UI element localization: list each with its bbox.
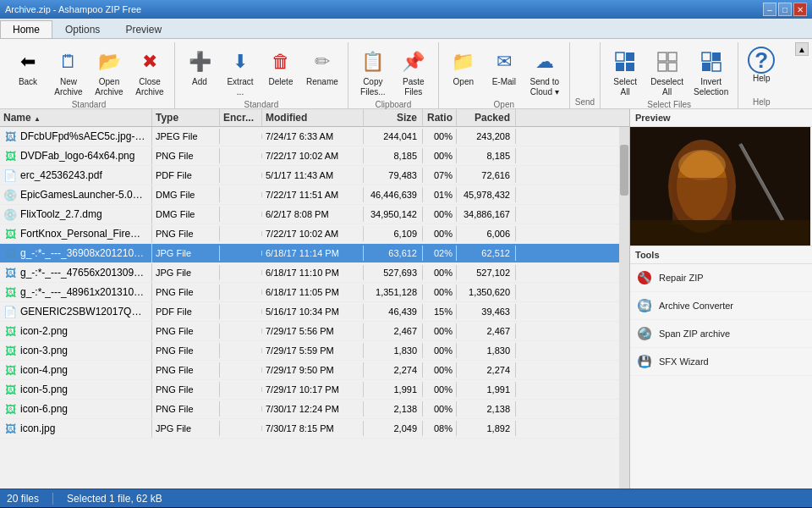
email-icon: ✉ (489, 47, 519, 77)
file-name-cell: 📄 erc_42536243.pdf (0, 166, 152, 185)
tool-repair-zip[interactable]: 🔧 Repair ZIP (630, 264, 812, 292)
col-header-name[interactable]: Name ▲ (0, 109, 152, 126)
file-type-icon: 💿 (3, 188, 17, 202)
delete-button[interactable]: 🗑 Delete (261, 44, 300, 90)
help-button[interactable]: ? Help (743, 44, 779, 86)
tab-options[interactable]: Options (52, 20, 112, 38)
file-size: 527,693 (364, 265, 423, 280)
file-count: 20 files (7, 493, 39, 505)
table-row[interactable]: 🖼 DVDFab_logo-64x64.png PNG File 7/22/17… (0, 146, 619, 166)
extract-button[interactable]: ⬇ Extract... (221, 44, 260, 100)
ribbon-group-clipboard-label: Clipboard (375, 100, 411, 111)
file-encr (220, 231, 262, 236)
file-modified: 5/1/17 11:43 AM (262, 168, 364, 183)
col-header-modified[interactable]: Modified (262, 109, 364, 126)
back-button[interactable]: ⬅ Back (8, 44, 47, 90)
send-to-cloud-button[interactable]: ☁ Send toCloud ▾ (525, 44, 564, 100)
file-ratio: 00% (423, 362, 457, 378)
table-row[interactable]: 🖼 icon-5.png PNG File 7/29/17 10:17 PM 1… (0, 380, 619, 400)
add-button[interactable]: ➕ Add (180, 44, 219, 90)
file-name: icon-2.png (20, 325, 68, 337)
table-row[interactable]: 📄 erc_42536243.pdf PDF File 5/1/17 11:43… (0, 166, 619, 185)
help-icon: ? (748, 47, 775, 74)
deselect-all-button[interactable]: DeselectAll (646, 44, 688, 100)
file-ratio: 00% (423, 129, 457, 144)
file-modified: 7/30/17 8:15 PM (262, 421, 364, 436)
file-packed: 8,185 (457, 148, 516, 163)
svg-rect-10 (702, 63, 710, 71)
new-archive-icon: 🗒 (53, 47, 84, 77)
file-encr (220, 426, 262, 431)
table-row[interactable]: 💿 FlixToolz_2.7.dmg DMG File 6/2/17 8:08… (0, 205, 619, 224)
status-divider (52, 493, 53, 505)
file-list-scroll[interactable]: 🖼 DFcbUFpd%sAEC5c.jpg-lage... JPEG File … (0, 127, 619, 489)
file-size: 34,950,142 (364, 207, 423, 222)
file-type-icon: 🖼 (3, 266, 17, 279)
table-row[interactable]: 🖼 icon.jpg JPG File 7/30/17 8:15 PM 2,04… (0, 419, 619, 439)
file-name: DFcbUFpd%sAEC5c.jpg-lage... (20, 130, 145, 142)
file-size: 8,185 (364, 148, 423, 163)
invert-selection-button[interactable]: InvertSelection (689, 44, 732, 100)
file-ratio: 00% (423, 148, 457, 163)
file-ratio: 00% (423, 207, 457, 222)
scrollbar-track[interactable] (619, 127, 629, 489)
select-all-icon (610, 47, 640, 77)
file-name: erc_42536243.pdf (20, 169, 102, 181)
scrollbar-thumb[interactable] (620, 145, 628, 196)
file-name: icon-3.png (20, 345, 68, 356)
file-size: 63,612 (364, 246, 423, 261)
close-button[interactable]: ✕ (793, 3, 807, 16)
tool-archive-converter[interactable]: 🔄 Archive Converter (630, 292, 812, 320)
col-header-encr[interactable]: Encr... (220, 109, 262, 126)
file-name-cell: 🖼 g_-:*-_---_47656x20130912... (0, 263, 152, 282)
file-size: 2,467 (364, 323, 423, 339)
select-all-button[interactable]: SelectAll (606, 44, 645, 100)
file-ratio: 08% (423, 421, 457, 436)
table-row[interactable]: 🖼 g_-:*-_---_36908x20121023... JPG File … (0, 244, 619, 263)
col-header-ratio[interactable]: Ratio (423, 109, 457, 126)
col-header-type[interactable]: Type (152, 109, 220, 126)
open-button[interactable]: 📁 Open (444, 44, 483, 90)
ribbon-collapse-button[interactable]: ▲ (795, 42, 809, 56)
deselect-all-icon (652, 47, 683, 77)
rename-icon: ✏ (307, 47, 337, 77)
new-archive-button[interactable]: 🗒 NewArchive (49, 44, 88, 100)
paste-files-button[interactable]: 📌 PasteFiles (394, 44, 433, 100)
sort-indicator: ▲ (34, 115, 41, 123)
file-type: PNG File (152, 284, 220, 300)
tab-preview[interactable]: Preview (112, 20, 174, 38)
file-ratio: 00% (423, 265, 457, 280)
table-row[interactable]: 🖼 icon-6.png PNG File 7/30/17 12:24 PM 2… (0, 400, 619, 419)
file-name-cell: 🖼 icon.jpg (0, 419, 152, 438)
file-name: EpicGamesLauncher-5.01-3... (20, 189, 145, 201)
tool-sfx-wizard[interactable]: 💾 SFX Wizard (630, 348, 812, 376)
table-row[interactable]: 🖼 FortKnox_Personal_Firewall-6... PNG Fi… (0, 224, 619, 244)
sfx-wizard-icon: 💾 (635, 352, 654, 371)
close-archive-button[interactable]: ✖ CloseArchive (130, 44, 169, 100)
tool-span-zip-archive[interactable]: 🔩 Span ZIP archive (630, 320, 812, 348)
table-row[interactable]: 🖼 DFcbUFpd%sAEC5c.jpg-lage... JPEG File … (0, 127, 619, 146)
copy-files-button[interactable]: 📋 CopyFiles... (354, 44, 392, 100)
table-row[interactable]: 🖼 icon-4.png PNG File 7/29/17 9:50 PM 2,… (0, 361, 619, 380)
col-header-size[interactable]: Size (364, 109, 423, 126)
file-modified: 7/22/17 10:02 AM (262, 148, 364, 163)
ribbon-group-send-label: Send (575, 97, 595, 108)
email-button[interactable]: ✉ E-Mail (485, 44, 524, 90)
maximize-button[interactable]: □ (778, 3, 792, 16)
col-header-packed[interactable]: Packed (457, 109, 516, 126)
table-row[interactable]: 💿 EpicGamesLauncher-5.01-3... DMG File 7… (0, 185, 619, 205)
open-archive-button[interactable]: 📂 OpenArchive (90, 44, 129, 100)
rename-button[interactable]: ✏ Rename (302, 44, 343, 90)
table-row[interactable]: 🖼 g_-:*-_---_48961x20131031... PNG File … (0, 283, 619, 302)
file-encr (220, 173, 262, 178)
file-type-icon: 🖼 (3, 324, 17, 338)
table-row[interactable]: 🖼 icon-3.png PNG File 7/29/17 5:59 PM 1,… (0, 341, 619, 361)
table-row[interactable]: 📄 GENERIC2SBW12017Q5160... PDF File 5/16… (0, 302, 619, 322)
tab-home[interactable]: Home (0, 20, 52, 38)
table-row[interactable]: 🖼 g_-:*-_---_47656x20130912... JPG File … (0, 263, 619, 283)
back-icon: ⬅ (13, 47, 43, 77)
table-row[interactable]: 🖼 icon-2.png PNG File 7/29/17 5:56 PM 2,… (0, 322, 619, 341)
send-to-cloud-label: Send toCloud ▾ (530, 77, 559, 97)
ribbon-group-standard1: ⬅ Back 🗒 NewArchive 📂 OpenArchive ✖ Clos… (3, 42, 175, 108)
minimize-button[interactable]: – (763, 3, 776, 16)
